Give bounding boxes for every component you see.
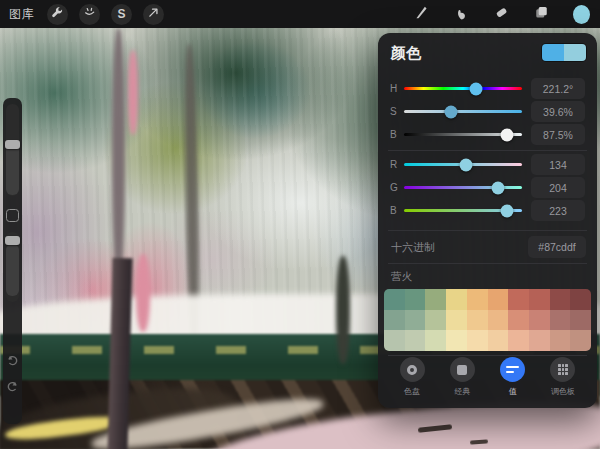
blue-value-box[interactable]: 223 <box>531 200 585 221</box>
value-icon <box>506 366 519 374</box>
brightness-slider[interactable] <box>404 133 522 136</box>
palette-swatch[interactable] <box>508 330 529 351</box>
redo-button[interactable] <box>6 380 19 393</box>
hue-slider-thumb[interactable] <box>470 82 483 95</box>
selection-button[interactable]: S <box>111 4 132 25</box>
palette-swatch[interactable] <box>405 330 426 351</box>
palettes-icon <box>558 364 568 374</box>
active-color-swatch <box>573 5 590 24</box>
palette-swatch[interactable] <box>488 289 509 310</box>
green-value-box[interactable]: 204 <box>531 177 585 198</box>
palette-swatch[interactable] <box>550 289 571 310</box>
paint-stroke <box>128 50 138 135</box>
palette-swatch[interactable] <box>384 289 405 310</box>
disc-icon <box>407 365 417 375</box>
active-color-button[interactable] <box>573 6 590 23</box>
palette-swatch[interactable] <box>446 330 467 351</box>
palette-swatch[interactable] <box>488 330 509 351</box>
red-value-box[interactable]: 134 <box>531 154 585 175</box>
brightness-label: B <box>390 129 404 140</box>
adjustments-button[interactable] <box>79 4 100 25</box>
red-slider-thumb[interactable] <box>459 158 472 171</box>
palette-swatch[interactable] <box>405 289 426 310</box>
brush-tool-button[interactable] <box>413 6 430 23</box>
palette-swatch[interactable] <box>425 310 446 331</box>
green-slider[interactable] <box>404 186 522 189</box>
blue-slider[interactable] <box>404 209 522 212</box>
smudge-icon <box>454 5 469 24</box>
paint-stroke <box>336 256 350 364</box>
transform-button[interactable] <box>143 4 164 25</box>
wrench-icon <box>51 5 64 23</box>
layers-button[interactable] <box>533 6 550 23</box>
palette-name: 营火 <box>391 270 412 284</box>
palette-swatch[interactable] <box>508 310 529 331</box>
tab-value[interactable]: 值 <box>493 357 533 403</box>
hex-label: 十六进制 <box>391 240 435 255</box>
adjustments-icon <box>83 5 96 23</box>
palette-swatch[interactable] <box>529 330 550 351</box>
paint-tools-group <box>413 6 590 23</box>
brush-sidebar <box>3 98 22 424</box>
blue-slider-thumb[interactable] <box>501 204 514 217</box>
palette-swatch[interactable] <box>446 310 467 331</box>
paint-stroke <box>112 28 125 283</box>
procreate-app: 图库 S <box>0 0 600 449</box>
top-toolbar: 图库 S <box>0 0 600 28</box>
green-slider-thumb[interactable] <box>492 181 505 194</box>
palette-swatch[interactable] <box>529 310 550 331</box>
palette-swatch[interactable] <box>488 310 509 331</box>
palette-swatch[interactable] <box>570 310 591 331</box>
palette-swatch[interactable] <box>467 330 488 351</box>
smudge-tool-button[interactable] <box>453 6 470 23</box>
brush-opacity-fill <box>6 244 19 296</box>
saturation-slider[interactable] <box>404 110 522 113</box>
palette-swatch[interactable] <box>550 310 571 331</box>
layers-icon <box>534 5 549 24</box>
palette-swatch[interactable] <box>384 330 405 351</box>
saturation-slider-thumb[interactable] <box>444 105 457 118</box>
divider <box>388 355 587 356</box>
palette-swatch[interactable] <box>570 330 591 351</box>
palette-swatch[interactable] <box>550 330 571 351</box>
palette-swatch[interactable] <box>529 289 550 310</box>
palette-swatch[interactable] <box>405 310 426 331</box>
brush-opacity-thumb[interactable] <box>5 236 20 245</box>
undo-button[interactable] <box>6 354 19 367</box>
tab-palettes[interactable]: 调色板 <box>543 357 583 403</box>
palette-swatch[interactable] <box>425 330 446 351</box>
brightness-value-box[interactable]: 87.5% <box>531 124 585 145</box>
palette-swatch[interactable] <box>467 289 488 310</box>
tab-palettes-label: 调色板 <box>551 386 575 397</box>
hue-value-box[interactable]: 221.2° <box>531 78 585 99</box>
brightness-slider-thumb[interactable] <box>501 128 514 141</box>
actions-button[interactable] <box>47 4 68 25</box>
eraser-tool-button[interactable] <box>493 6 510 23</box>
color-compare-swatch[interactable] <box>542 44 586 61</box>
palette-swatch[interactable] <box>570 289 591 310</box>
palette-swatch[interactable] <box>425 289 446 310</box>
brightness-slider-row: B 87.5% <box>390 124 585 145</box>
brush-icon <box>414 5 429 24</box>
red-slider-row: R 134 <box>390 154 585 175</box>
hex-value-box[interactable]: #87cddf <box>528 236 586 258</box>
modify-button[interactable] <box>6 209 19 222</box>
saturation-value-box[interactable]: 39.6% <box>531 101 585 122</box>
classic-icon <box>457 365 467 375</box>
tab-classic[interactable]: 经典 <box>442 357 482 403</box>
blue-slider-row: B 223 <box>390 200 585 221</box>
brush-size-thumb[interactable] <box>5 140 20 149</box>
palette-swatch[interactable] <box>384 310 405 331</box>
palette-swatch[interactable] <box>467 310 488 331</box>
gallery-button[interactable]: 图库 <box>9 6 34 23</box>
current-color-half <box>564 44 586 61</box>
tab-disc[interactable]: 色盘 <box>392 357 432 403</box>
hue-slider[interactable] <box>404 87 522 90</box>
color-mode-tabbar: 色盘 经典 值 调色板 <box>378 357 597 403</box>
palette-swatch[interactable] <box>446 289 467 310</box>
hue-slider-row: H 221.2° <box>390 78 585 99</box>
palette-swatch[interactable] <box>508 289 529 310</box>
red-label: R <box>390 159 404 170</box>
red-slider[interactable] <box>404 163 522 166</box>
redo-icon <box>6 380 19 393</box>
